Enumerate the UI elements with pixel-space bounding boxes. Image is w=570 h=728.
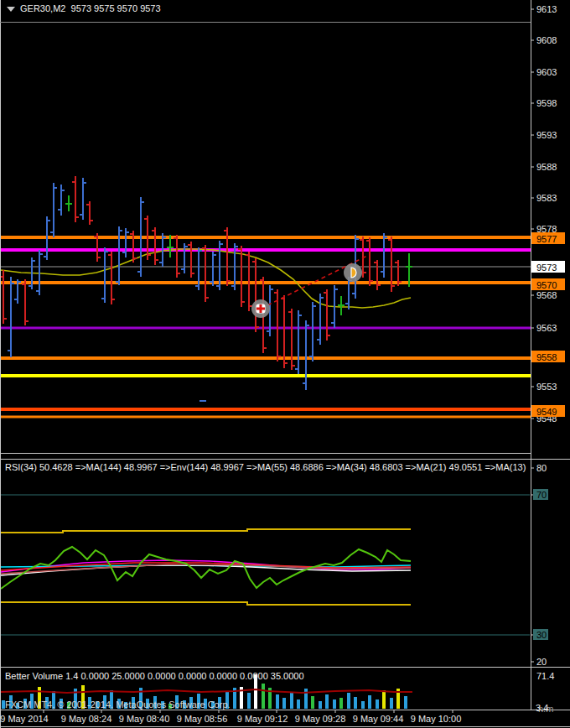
time-axis-label: 9 May 08:40: [119, 714, 170, 724]
rsi-envelope-lower: [1, 602, 411, 605]
volume-bar: [390, 698, 393, 709]
price-axis-label: 9583: [536, 193, 557, 203]
price-level-line[interactable]: [1, 248, 531, 252]
time-axis-label: 9 May 09:28: [295, 714, 346, 724]
price-axis-label: 9613: [536, 4, 557, 14]
volume-bar: [325, 694, 329, 709]
volume-bar: [368, 695, 371, 709]
price-axis-label: 9608: [536, 35, 557, 45]
price-level-line[interactable]: [1, 281, 531, 284]
time-axis-label: 9 May 08:56: [177, 714, 228, 724]
volume-bar: [382, 690, 386, 709]
volume-indicator-header: Better Volume 1.4 0.0000 25.0000 0.0000 …: [5, 671, 304, 681]
price-axis-badge-label: 9577: [536, 234, 557, 244]
time-axis-label: 9 May 09:44: [353, 714, 404, 724]
time-axis-label: 9 May 09:12: [237, 714, 288, 724]
price-axis-label: 9593: [536, 130, 557, 140]
volume-bar: [354, 697, 357, 709]
volume-bar: [276, 694, 279, 709]
price-axis-label: 9568: [536, 290, 557, 300]
price-axis-badge-label: 9549: [536, 407, 557, 417]
time-axis-label: 9 May 2014: [0, 714, 48, 724]
volume-bar: [247, 693, 251, 709]
price-level-line[interactable]: [1, 356, 531, 360]
broker-watermark: FXCM MT4, © 2001-2014, MetaQuotes Softwa…: [5, 699, 231, 710]
price-axis-label: 9603: [536, 67, 557, 77]
volume-bar: [297, 699, 300, 709]
volume-bar: [262, 684, 265, 709]
volume-bar: [311, 696, 314, 709]
price-axis-badge-label: 9558: [536, 352, 557, 362]
rsi-axis-label: 80: [536, 463, 547, 473]
price-axis-label: 9563: [536, 323, 557, 333]
price-level-line[interactable]: [1, 236, 531, 239]
volume-bar: [361, 701, 365, 709]
price-axis-badge-label: 9573: [536, 263, 557, 273]
rsi-indicator-header: RSI(34) 50.4628 =>MA(144) 48.9967 =>Env(…: [5, 462, 528, 472]
time-axis-label: 9 May 10:00: [411, 714, 462, 724]
price-axis-label: 9553: [536, 382, 557, 392]
mt4-chart-window: GER30,M2 9573 9575 9570 9573 96139608960…: [0, 0, 570, 728]
volume-bar: [282, 698, 286, 709]
rsi-axis-label: 20: [536, 657, 547, 667]
price-level-line[interactable]: [1, 416, 531, 419]
price-level-line[interactable]: [1, 267, 531, 268]
chart-graphics: 9613960896039598959395889583957895689563…: [0, 0, 570, 728]
volume-ma-line: [1, 689, 412, 693]
volume-axis-min-label: 3.4: [536, 703, 548, 713]
price-level-line[interactable]: [1, 374, 531, 377]
price-axis-badge-label: 9570: [536, 280, 557, 290]
volume-bar: [404, 696, 407, 709]
rsi-level-badge-label: 70: [536, 490, 547, 500]
volume-bar: [339, 698, 343, 709]
volume-bar: [290, 692, 293, 709]
volume-bar: [319, 701, 322, 709]
volume-bar: [304, 689, 308, 709]
rsi-level-badge-label: 30: [536, 630, 547, 640]
volume-bar: [376, 699, 379, 709]
time-axis-label: 9 May 08:24: [61, 714, 112, 724]
price-level-line[interactable]: [1, 327, 531, 330]
volume-bar: [333, 699, 336, 709]
price-axis-label: 9598: [536, 98, 557, 108]
price-axis-label: 9588: [536, 162, 557, 172]
volume-bar: [347, 693, 350, 709]
price-level-line[interactable]: [1, 408, 531, 411]
volume-axis-max-label: 71.4: [536, 671, 554, 681]
rsi-envelope-upper: [1, 529, 411, 533]
